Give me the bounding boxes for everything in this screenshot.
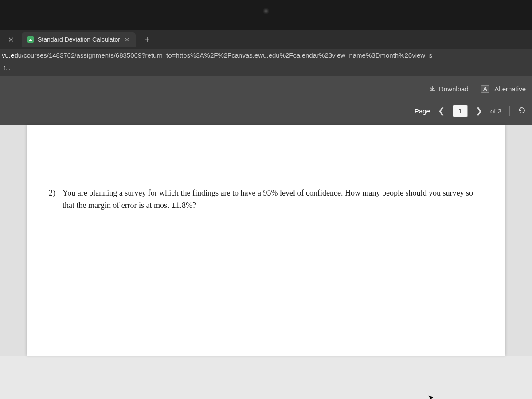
toolbar-divider — [509, 106, 510, 116]
tab-strip: ✕ Standard Deviation Calculator ✕ + — [0, 30, 532, 49]
download-icon — [429, 85, 436, 93]
alternative-label: Alternative — [494, 85, 526, 93]
page-total: of 3 — [490, 107, 501, 115]
alternative-formats-button[interactable]: A Alternative — [481, 85, 526, 93]
answer-blank-line — [412, 174, 488, 174]
download-label: Download — [439, 85, 469, 93]
question-text: You are planning a survey for which the … — [63, 187, 483, 212]
tab-close-icon[interactable]: ✕ — [124, 36, 130, 43]
bookmark-truncated[interactable]: t... — [4, 64, 11, 71]
address-bar[interactable]: vu.edu/courses/1483762/assignments/68350… — [0, 49, 532, 63]
question-number: 2) — [49, 187, 55, 212]
document-page: 2) You are planning a survey for which t… — [27, 125, 505, 356]
pager-row: Page ❮ ❯ of 3 — [0, 100, 532, 125]
viewer-toolbar: Download A Alternative — [0, 76, 532, 100]
pdf-viewer-chrome: Download A Alternative Page ❮ ❯ of 3 2) … — [0, 76, 532, 356]
browser-chrome: ✕ Standard Deviation Calculator ✕ + vu.e… — [0, 30, 532, 76]
download-button[interactable]: Download — [429, 85, 469, 93]
prev-page-button[interactable]: ❮ — [435, 105, 447, 117]
bookmarks-bar: t... — [0, 63, 532, 76]
camera-dot — [263, 8, 269, 14]
reload-button[interactable] — [518, 106, 526, 116]
next-page-button[interactable]: ❯ — [473, 105, 485, 117]
url-domain: vu.edu — [2, 51, 22, 59]
laptop-bezel — [0, 0, 532, 30]
alternative-icon: A — [481, 85, 489, 93]
tab-title: Standard Deviation Calculator — [38, 36, 120, 43]
document-viewport: 2) You are planning a survey for which t… — [0, 125, 532, 356]
cursor-icon: ➤ — [427, 393, 434, 399]
close-prev-tab-icon[interactable]: ✕ — [4, 34, 18, 46]
favicon-icon — [27, 36, 34, 43]
browser-tab-active[interactable]: Standard Deviation Calculator ✕ — [22, 32, 136, 47]
url-path: /courses/1483762/assignments/6835069?ret… — [22, 51, 432, 59]
page-label: Page — [415, 107, 430, 115]
question-2: 2) You are planning a survey for which t… — [49, 187, 483, 212]
page-number-input[interactable] — [453, 105, 468, 117]
new-tab-button[interactable]: + — [139, 33, 155, 47]
